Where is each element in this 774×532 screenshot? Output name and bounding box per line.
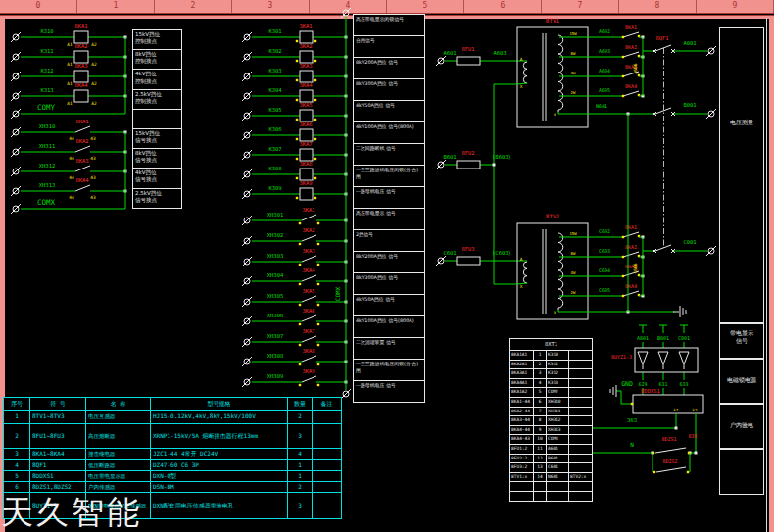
wire — [517, 83, 527, 84]
fuse-symbol — [457, 257, 480, 265]
junction-dot — [695, 452, 698, 455]
terminal-mark — [317, 323, 319, 325]
bom-cell: 5 — [4, 471, 30, 482]
terminal-mark — [622, 56, 624, 58]
wire-label: XH301 — [267, 212, 284, 218]
terminal-cell — [569, 407, 593, 416]
winding-symbol — [523, 262, 527, 283]
terminal-mark — [296, 40, 298, 42]
function-table-row: 4kV挡位控制接点 — [133, 70, 181, 89]
purpose-label: 电磁锁电源 — [720, 360, 763, 384]
terminal-row: 8FU3:213C601 — [510, 463, 593, 473]
switch-label: 8KA2 — [625, 244, 637, 250]
terminal-cell: B601 — [547, 454, 569, 463]
voltage-sensor-symbol — [679, 352, 689, 364]
symbol-line — [623, 232, 639, 237]
bom-row: 28FU1~8FU3高压熔断器XRNP1-15kV/5A 熔断撞击器行程13mm… — [4, 424, 342, 449]
terminal-mark — [299, 363, 301, 365]
pin-label: A1 — [67, 42, 73, 47]
terminal-mark — [296, 138, 298, 140]
wire-label: B801 — [657, 335, 669, 341]
wire-label: K307 — [268, 146, 281, 152]
function-table-row: 15kV挡位控制接点 — [133, 30, 181, 50]
pin-label: 44 — [69, 156, 74, 161]
wire-label: C801 — [678, 335, 690, 341]
wire-label: K310 — [40, 28, 53, 34]
wire-label: A605 — [599, 87, 610, 93]
signal-description-row: 二次消谐装置 信号 — [354, 338, 424, 360]
component-label: 8DZS1 — [661, 436, 676, 442]
terminal-cell — [569, 491, 593, 501]
wire-label: K303 — [268, 68, 281, 73]
function-line2: 信号接点 — [135, 197, 179, 204]
purpose-label: 户内验电 — [720, 405, 763, 429]
bom-cell: 2 — [4, 424, 30, 449]
relay-coil-symbol — [300, 110, 313, 121]
terminal-cell: COMY — [547, 388, 569, 398]
terminal-mark — [317, 283, 319, 285]
purpose-label: 信号 — [720, 337, 763, 345]
relay-contact-label: 3KA8 — [302, 348, 314, 354]
wire-label: K304 — [268, 87, 282, 93]
bom-cell: 8QF1 — [30, 460, 86, 471]
symbol-line — [302, 336, 316, 342]
winding-symbol — [558, 233, 563, 308]
terminal-cell: 8KA4A1 — [510, 378, 534, 388]
pin-label: x — [554, 310, 556, 314]
wire-label: A603 — [599, 48, 610, 54]
wire-label: C604 — [599, 267, 610, 273]
pin-label: A — [520, 257, 523, 262]
bom-cell — [313, 460, 342, 471]
symbol-line — [623, 291, 639, 296]
wire-label: C605 — [599, 287, 610, 293]
bom-cell: 8TV1~8TV3 — [30, 411, 86, 424]
junction-dot — [493, 164, 496, 167]
pin-label: A2 — [91, 62, 97, 67]
terminal-mark — [622, 36, 624, 38]
terminal-mark — [314, 99, 316, 101]
terminal-cell — [547, 482, 569, 492]
terminal-mark — [296, 177, 298, 179]
symbol-line — [623, 52, 639, 57]
wire-label: B001 — [683, 102, 696, 108]
terminal-cell — [569, 369, 593, 379]
function-line1: 15kV挡位 — [135, 31, 179, 38]
purpose-label: 带电显示 — [720, 324, 763, 337]
symbol-line — [655, 448, 686, 453]
terminal-row: 8KA4A14K313 — [510, 378, 593, 388]
bom-cell: XRNP1-15kV/5A 熔断撞击器行程13mm — [151, 424, 288, 449]
wire-label: C001 — [683, 239, 696, 245]
bus-label: C606 — [633, 263, 638, 273]
bom-cell: 3 — [288, 424, 313, 449]
terminal-row: 8FU1:211A601 — [510, 444, 593, 454]
terminal-cell: 7 — [534, 407, 547, 416]
gnd-label: GND — [621, 380, 633, 388]
signal-description-row: 4kV100A挡位 信号(800A) — [354, 316, 424, 338]
voltage-sensor-symbol — [638, 352, 648, 364]
terminal-mark — [317, 243, 319, 245]
bom-cell: JZC1-44 4常开 DC24V — [151, 449, 288, 460]
function-table-row: 2.5kV挡位控制接点 — [133, 90, 181, 110]
signal-description-row: 4kV50A挡位 信号 — [354, 295, 424, 316]
fuse-symbol — [457, 161, 480, 169]
symbol-line — [302, 235, 316, 241]
wire-label: N — [630, 441, 634, 448]
function-line2: 控制接点 — [135, 38, 179, 45]
terminal-mark — [299, 283, 301, 285]
terminal-cell: K312 — [547, 369, 569, 379]
signal-description-row: 8kV200A挡位 信号 — [354, 58, 424, 79]
relay-contact-label: 8KA2 — [75, 138, 88, 144]
signal-description-row: 8kV300A挡位 信号 — [354, 79, 424, 101]
pin-label: 43 — [90, 136, 96, 141]
wire-label: XH303 — [267, 253, 284, 259]
terminal-cell — [547, 491, 569, 501]
wire-label: A801 — [637, 335, 649, 341]
terminal-cell: 8FU3:2 — [510, 463, 534, 473]
function-table-row: 2.5kV挡位信号接点 — [133, 189, 181, 209]
purpose-label: 电压测量 — [720, 28, 763, 126]
symbol-line — [655, 108, 671, 114]
terminal-mark — [622, 256, 624, 258]
relay-coil-label: 3KA9 — [299, 180, 312, 186]
symbol-line — [302, 256, 316, 262]
bom-cell — [313, 493, 342, 519]
